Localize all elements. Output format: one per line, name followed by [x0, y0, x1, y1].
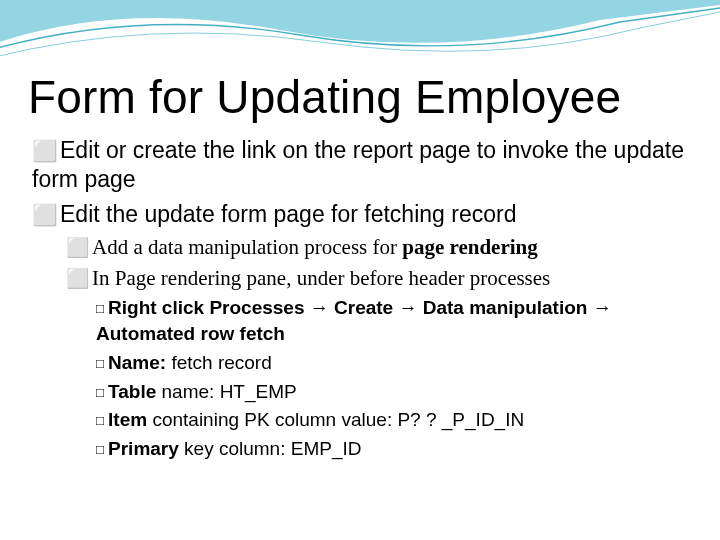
bullet-text: Automated row fetch — [96, 323, 285, 344]
bullet-level3: □Table name: HT_EMP — [96, 379, 692, 406]
bullet-level1: ⬜Edit or create the link on the report p… — [32, 136, 692, 194]
small-square-bullet-icon: □ — [96, 441, 104, 460]
bullet-text: Name: — [108, 352, 171, 373]
bullet-text: fetch record — [171, 352, 271, 373]
bullet-level2: ⬜Add a data manipulation process for pag… — [66, 234, 692, 261]
bullet-level3: □Right click Processes → Create → Data m… — [96, 295, 692, 348]
arrow-icon: → — [398, 297, 417, 318]
square-bullet-icon: ⬜ — [32, 202, 58, 228]
small-square-bullet-icon: □ — [96, 384, 104, 403]
bullet-text: Edit or create the link on the report pa… — [32, 137, 684, 192]
bullet-text: name: HT_EMP — [162, 381, 297, 402]
small-square-bullet-icon: □ — [96, 355, 104, 374]
bullet-level1: ⬜Edit the update form page for fetching … — [32, 200, 692, 229]
bullet-text: Add a data manipulation process for — [92, 235, 402, 259]
square-bullet-icon: ⬜ — [66, 236, 90, 261]
bold-text: page rendering — [402, 235, 538, 259]
bullet-text: key column: EMP_ID — [184, 438, 361, 459]
bullet-text: Right click Processes — [108, 297, 310, 318]
bullet-text: Data manipulation — [417, 297, 592, 318]
bullet-text: Table — [108, 381, 162, 402]
bullet-level3: □Primary key column: EMP_ID — [96, 436, 692, 463]
bullet-text: containing PK column value: P? ? _P_ID_I… — [152, 409, 524, 430]
small-square-bullet-icon: □ — [96, 300, 104, 319]
bullet-text: Edit the update form page for fetching r… — [60, 201, 516, 227]
bullet-text: Item — [108, 409, 152, 430]
square-bullet-icon: ⬜ — [32, 138, 58, 164]
bullet-text: Primary — [108, 438, 184, 459]
arrow-icon: → — [593, 297, 612, 318]
bullet-level2: ⬜In Page rendering pane, under before he… — [66, 265, 692, 292]
slide-title: Form for Updating Employee — [28, 70, 692, 124]
bullet-text: Create — [329, 297, 399, 318]
arrow-icon: → — [310, 297, 329, 318]
bullet-text: In Page rendering pane, under before hea… — [92, 266, 550, 290]
bullet-level3: □Name: fetch record — [96, 350, 692, 377]
small-square-bullet-icon: □ — [96, 412, 104, 431]
slide-content: Form for Updating Employee ⬜Edit or crea… — [28, 70, 692, 464]
bullet-level3: □Item containing PK column value: P? ? _… — [96, 407, 692, 434]
square-bullet-icon: ⬜ — [66, 267, 90, 292]
